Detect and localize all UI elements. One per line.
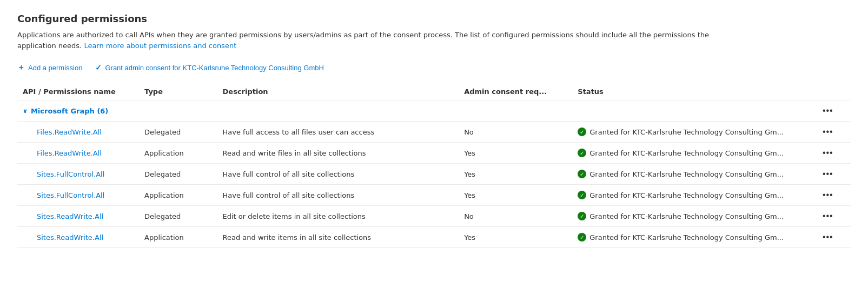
table-row: Sites.FullControl.All Delegated Have ful… xyxy=(17,164,851,185)
permission-admin-consent: Yes xyxy=(459,143,572,164)
granted-icon: ✓ xyxy=(578,191,586,199)
permission-type: Delegated xyxy=(139,164,217,185)
table-row: Sites.FullControl.All Application Have f… xyxy=(17,185,851,206)
granted-icon: ✓ xyxy=(578,170,586,178)
status-text: Granted for KTC-Karlsruhe Technology Con… xyxy=(589,233,784,242)
permissions-table: API / Permissions name Type Description … xyxy=(17,83,851,248)
permission-admin-consent: Yes xyxy=(459,227,572,248)
header-api: API / Permissions name xyxy=(17,83,139,100)
permission-admin-consent: No xyxy=(459,206,572,227)
learn-more-link[interactable]: Learn more about permissions and consent xyxy=(84,42,236,50)
permission-description: Have full control of all site collection… xyxy=(217,164,459,185)
add-permission-label: Add a permission xyxy=(28,64,82,72)
row-more-button[interactable]: ••• xyxy=(819,168,837,180)
granted-icon: ✓ xyxy=(578,128,586,136)
checkmark-icon: ✓ xyxy=(95,63,102,72)
table-row: Files.ReadWrite.All Application Read and… xyxy=(17,143,851,164)
table-row: Sites.ReadWrite.All Application Read and… xyxy=(17,227,851,248)
permission-status: ✓ Granted for KTC-Karlsruhe Technology C… xyxy=(578,233,809,242)
permission-description: Have full control of all site collection… xyxy=(217,185,459,206)
add-permission-button[interactable]: ＋ Add a permission xyxy=(17,61,82,75)
plus-icon: ＋ xyxy=(17,63,25,72)
permission-status: ✓ Granted for KTC-Karlsruhe Technology C… xyxy=(578,128,809,136)
row-more-button[interactable]: ••• xyxy=(819,210,837,222)
permission-type: Delegated xyxy=(139,122,217,143)
permission-api-link[interactable]: Sites.ReadWrite.All xyxy=(37,233,103,242)
group-row[interactable]: ∨ Microsoft Graph (6) ••• xyxy=(17,100,851,122)
permission-api-link[interactable]: Sites.ReadWrite.All xyxy=(37,212,103,220)
page-title: Configured permissions xyxy=(17,13,851,24)
permission-api-link[interactable]: Files.ReadWrite.All xyxy=(37,128,102,136)
group-name: Microsoft Graph (6) xyxy=(31,107,108,115)
granted-icon: ✓ xyxy=(578,212,586,220)
permission-type: Application xyxy=(139,143,217,164)
permission-description: Read and write files in all site collect… xyxy=(217,143,459,164)
permission-type: Application xyxy=(139,185,217,206)
granted-icon: ✓ xyxy=(578,149,586,157)
table-row: Sites.ReadWrite.All Delegated Edit or de… xyxy=(17,206,851,227)
grant-consent-label: Grant admin consent for KTC-Karlsruhe Te… xyxy=(105,64,323,72)
permission-type: Delegated xyxy=(139,206,217,227)
header-status: Status xyxy=(572,83,814,100)
status-text: Granted for KTC-Karlsruhe Technology Con… xyxy=(589,149,784,157)
page-description: Applications are authorized to call APIs… xyxy=(17,30,720,51)
permission-status: ✓ Granted for KTC-Karlsruhe Technology C… xyxy=(578,212,809,220)
row-more-button[interactable]: ••• xyxy=(819,189,837,201)
status-text: Granted for KTC-Karlsruhe Technology Con… xyxy=(589,128,784,136)
header-type: Type xyxy=(139,83,217,100)
permission-status: ✓ Granted for KTC-Karlsruhe Technology C… xyxy=(578,149,809,157)
permission-description: Edit or delete items in all site collect… xyxy=(217,206,459,227)
permission-api-link[interactable]: Sites.FullControl.All xyxy=(37,191,104,199)
permission-admin-consent: No xyxy=(459,122,572,143)
permission-description: Have full access to all files user can a… xyxy=(217,122,459,143)
status-text: Granted for KTC-Karlsruhe Technology Con… xyxy=(589,212,784,220)
granted-icon: ✓ xyxy=(578,233,586,242)
table-header-row: API / Permissions name Type Description … xyxy=(17,83,851,100)
header-actions xyxy=(814,83,851,100)
chevron-icon: ∨ xyxy=(23,108,28,115)
header-admin-consent: Admin consent req... xyxy=(459,83,572,100)
row-more-button[interactable]: ••• xyxy=(819,126,837,138)
group-more-button[interactable]: ••• xyxy=(819,105,837,117)
permission-status: ✓ Granted for KTC-Karlsruhe Technology C… xyxy=(578,191,809,199)
permission-description: Read and write items in all site collect… xyxy=(217,227,459,248)
grant-consent-button[interactable]: ✓ Grant admin consent for KTC-Karlsruhe … xyxy=(95,61,323,74)
permission-api-link[interactable]: Sites.FullControl.All xyxy=(37,170,104,178)
permission-status: ✓ Granted for KTC-Karlsruhe Technology C… xyxy=(578,170,809,178)
row-more-button[interactable]: ••• xyxy=(819,231,837,243)
row-more-button[interactable]: ••• xyxy=(819,147,837,159)
status-text: Granted for KTC-Karlsruhe Technology Con… xyxy=(589,191,784,199)
table-row: Files.ReadWrite.All Delegated Have full … xyxy=(17,122,851,143)
permission-admin-consent: Yes xyxy=(459,164,572,185)
toolbar: ＋ Add a permission ✓ Grant admin consent… xyxy=(17,61,851,75)
permission-admin-consent: Yes xyxy=(459,185,572,206)
permission-type: Application xyxy=(139,227,217,248)
header-description: Description xyxy=(217,83,459,100)
permission-api-link[interactable]: Files.ReadWrite.All xyxy=(37,149,102,157)
status-text: Granted for KTC-Karlsruhe Technology Con… xyxy=(589,170,784,178)
